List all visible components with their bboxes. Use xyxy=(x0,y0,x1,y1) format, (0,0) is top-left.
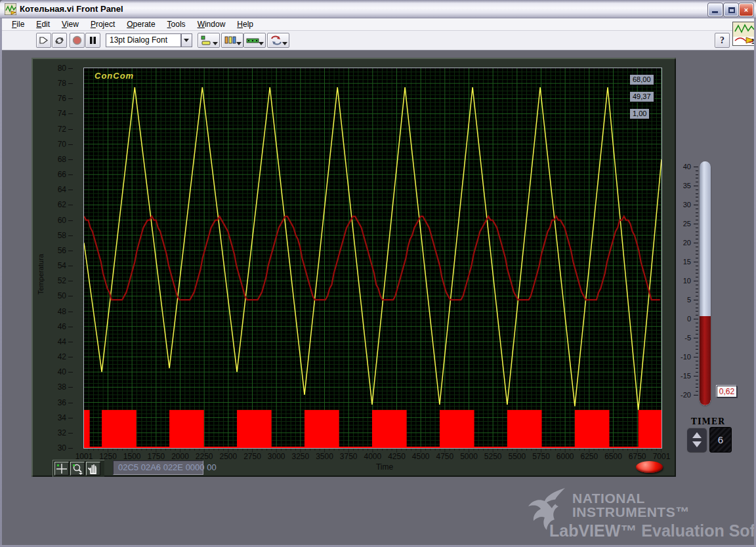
pause-button[interactable] xyxy=(85,33,100,48)
resize-objects-dropdown[interactable] xyxy=(243,33,266,48)
graph-zoom-tool[interactable] xyxy=(70,462,85,476)
y-tick-label: 74 xyxy=(40,109,66,118)
menu-operate[interactable]: Operate xyxy=(121,18,161,30)
chevron-down-icon xyxy=(236,42,242,45)
thermometer-scale-label: 35 xyxy=(669,182,691,190)
close-button[interactable]: × xyxy=(739,3,753,16)
stop-led-button[interactable] xyxy=(636,461,663,473)
thermometer-tick xyxy=(696,270,698,270)
thermometer-tick xyxy=(694,167,698,167)
menu-window[interactable]: Window xyxy=(192,18,232,30)
reorder-dropdown[interactable] xyxy=(267,33,289,48)
thermometer-scale-label: 20 xyxy=(669,239,691,247)
thermometer-tick xyxy=(696,251,698,251)
thermometer-scale-label: -10 xyxy=(669,353,691,361)
thermometer-value-display[interactable]: 0,62 xyxy=(717,386,737,397)
thermometer-tick xyxy=(696,266,698,266)
thermometer-scale-label: -20 xyxy=(669,391,691,399)
y-tick-label: 40 xyxy=(40,367,66,376)
pause-icon xyxy=(87,35,98,46)
y-tick-label: 34 xyxy=(40,413,66,422)
y-tickmark xyxy=(68,174,73,175)
thermometer-tick xyxy=(696,228,698,228)
thermometer-tick xyxy=(696,327,698,327)
menu-bar: File Edit View Project Operate Tools Win… xyxy=(2,18,754,31)
menu-help[interactable]: Help xyxy=(231,18,259,30)
wm-instruments: INSTRUMENTS™ xyxy=(572,504,690,520)
y-tick-label: 58 xyxy=(40,231,66,240)
menu-project[interactable]: Project xyxy=(85,18,121,30)
thermometer-tick xyxy=(696,304,698,304)
y-tickmark xyxy=(68,129,73,130)
thermometer-fill xyxy=(700,316,711,405)
digital-display-yellow: 68,00 xyxy=(630,75,654,85)
thermometer-tick xyxy=(696,201,698,201)
align-objects-dropdown[interactable] xyxy=(198,33,220,48)
thermometer-scale-label: 5 xyxy=(669,296,691,304)
thermometer-scale-label: 25 xyxy=(669,220,691,228)
thermometer-tick xyxy=(694,224,698,224)
title-bar[interactable]: Котельная.vi Front Panel × xyxy=(0,0,756,18)
help-button[interactable]: ? xyxy=(715,33,730,48)
graph-pan-tool[interactable] xyxy=(86,462,100,476)
abort-icon xyxy=(72,35,83,46)
reorder-icon xyxy=(270,35,283,46)
thermometer-tick xyxy=(694,395,698,395)
decrement-icon[interactable] xyxy=(692,441,702,447)
y-tick-label: 56 xyxy=(40,246,66,255)
menu-tools[interactable]: Tools xyxy=(161,18,192,30)
y-tick-label: 44 xyxy=(40,337,66,346)
y-tick-label: 70 xyxy=(40,140,66,149)
y-tick-label: 50 xyxy=(40,291,66,300)
y-tickmark xyxy=(68,327,73,327)
graph-cursor-tool[interactable] xyxy=(54,462,69,476)
timer-stepper[interactable] xyxy=(687,428,707,452)
y-tick-label: 76 xyxy=(40,94,66,103)
y-tickmark xyxy=(68,190,73,190)
thermometer-tick xyxy=(694,300,698,300)
menu-view[interactable]: View xyxy=(56,18,85,30)
thermometer-tick xyxy=(696,273,698,274)
run-continuous-icon xyxy=(54,35,65,46)
run-button[interactable] xyxy=(36,33,51,48)
thermometer-tick xyxy=(696,372,698,373)
thermometer-tick xyxy=(694,376,698,376)
y-tick-label: 78 xyxy=(40,79,66,88)
y-tick-label: 60 xyxy=(40,216,66,225)
thermometer-tick xyxy=(696,334,698,334)
status-string-control[interactable]: 02C5 02A6 022E 0000 00 xyxy=(113,460,203,475)
thermometer-tick xyxy=(696,193,698,194)
y-tick-label: 38 xyxy=(40,382,66,392)
y-tickmark xyxy=(68,448,73,449)
vi-app-icon xyxy=(5,3,16,15)
run-continuous-button[interactable] xyxy=(52,33,67,48)
increment-icon[interactable] xyxy=(692,432,702,438)
thermometer-tick xyxy=(696,216,698,216)
menu-edit[interactable]: Edit xyxy=(30,18,56,30)
thermometer-scale-label: -5 xyxy=(669,334,691,342)
waveform-chart-plot-area[interactable] xyxy=(83,68,662,449)
vi-icon-thumbnail[interactable]: 1 xyxy=(732,22,756,46)
thermometer-scale-label: 30 xyxy=(669,201,691,209)
chevron-down-icon xyxy=(282,42,287,45)
font-selector-dropdown[interactable] xyxy=(181,33,192,47)
timer-value-field[interactable]: 6 xyxy=(709,427,732,453)
thermometer-tick xyxy=(696,235,698,235)
font-selector[interactable]: 13pt Dialog Font xyxy=(106,33,181,47)
y-tickmark xyxy=(68,296,73,296)
y-tick-label: 42 xyxy=(40,352,66,361)
thermometer-tick xyxy=(696,384,698,384)
y-tickmark xyxy=(68,403,73,403)
restore-button[interactable] xyxy=(724,3,738,16)
abort-button[interactable] xyxy=(70,33,85,48)
thermometer-tick xyxy=(696,296,698,296)
y-tick-label: 48 xyxy=(40,307,66,316)
align-objects-icon xyxy=(200,35,213,46)
menu-file[interactable]: File xyxy=(6,18,30,30)
minimize-button[interactable] xyxy=(708,3,723,16)
distribute-objects-dropdown[interactable] xyxy=(221,33,243,48)
thermometer-tube[interactable] xyxy=(700,161,711,405)
y-tick-label: 36 xyxy=(40,398,66,407)
thermometer-tick xyxy=(696,308,698,308)
hand-icon xyxy=(87,462,100,475)
